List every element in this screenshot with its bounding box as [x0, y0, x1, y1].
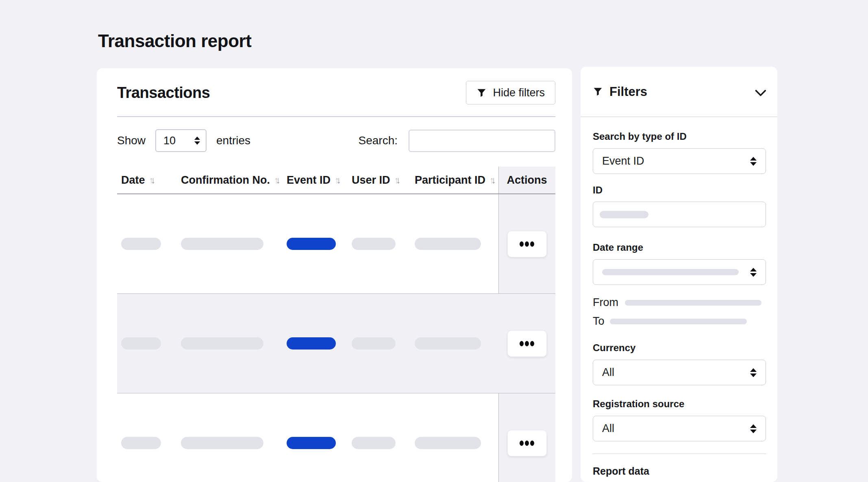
table-header-row: Date ↑↓ Confirmation No. ↑↓ Event ID ↑↓ …	[117, 167, 555, 194]
sort-icon[interactable]: ↑↓	[394, 175, 400, 186]
from-label: From	[593, 296, 625, 309]
select-arrows-icon	[194, 137, 200, 145]
column-header-participant-id[interactable]: Participant ID ↑↓	[411, 174, 498, 187]
select-arrows-icon	[750, 268, 757, 277]
loading-skeleton-bar	[121, 437, 161, 449]
id-type-select[interactable]: Event ID	[593, 148, 766, 174]
table-row	[117, 393, 555, 482]
ellipsis-icon	[520, 341, 524, 346]
page-size-value: 10	[163, 135, 176, 147]
entries-label: entries	[216, 134, 250, 147]
funnel-icon	[476, 88, 487, 98]
filters-header[interactable]: Filters	[581, 67, 777, 117]
loading-skeleton-bar	[121, 337, 161, 350]
date-to-row: To	[593, 315, 766, 328]
select-arrows-icon	[750, 424, 757, 433]
loading-skeleton-bar	[121, 238, 161, 250]
table-controls: Show 10 entries Search:	[117, 129, 555, 152]
column-header-user-id[interactable]: User ID ↑↓	[348, 174, 411, 187]
column-header-event-id[interactable]: Event ID ↑↓	[283, 174, 348, 187]
loading-skeleton-bar	[415, 238, 481, 250]
loading-skeleton-bar	[610, 319, 747, 324]
id-type-label: Search by type of ID	[593, 131, 766, 142]
table-row	[117, 294, 555, 393]
currency-select[interactable]: All	[593, 360, 766, 385]
registration-source-label: Registration source	[593, 398, 766, 410]
sort-icon[interactable]: ↑↓	[489, 175, 496, 186]
table-row	[117, 194, 555, 294]
select-arrows-icon	[750, 368, 757, 377]
search-input[interactable]	[409, 130, 555, 152]
id-field-label: ID	[593, 185, 766, 196]
row-actions-button[interactable]	[507, 231, 547, 257]
date-range-select[interactable]	[593, 259, 766, 285]
hide-filters-label: Hide filters	[493, 87, 545, 99]
loading-skeleton-bar-accent	[287, 437, 336, 449]
id-type-value: Event ID	[602, 155, 644, 167]
column-header-confirmation-no[interactable]: Confirmation No. ↑↓	[177, 174, 283, 187]
date-from-row: From	[593, 296, 766, 309]
currency-value: All	[602, 366, 614, 379]
sort-icon[interactable]: ↑↓	[274, 175, 280, 186]
loading-skeleton-bar	[352, 238, 396, 250]
chevron-down-icon[interactable]	[755, 85, 766, 96]
show-label: Show	[117, 134, 146, 147]
select-arrows-icon	[750, 157, 757, 166]
transactions-card: Transactions Hide filters Show 10 entrie…	[97, 68, 572, 482]
loading-skeleton-bar-accent	[287, 337, 336, 350]
sort-icon[interactable]: ↑↓	[335, 175, 341, 186]
hide-filters-button[interactable]: Hide filters	[466, 81, 555, 104]
loading-skeleton-bar	[602, 269, 739, 275]
transactions-card-header: Transactions Hide filters	[117, 80, 555, 105]
loading-skeleton-bar	[415, 437, 481, 449]
ellipsis-icon	[520, 441, 524, 446]
ellipsis-icon	[520, 241, 524, 247]
column-header-date[interactable]: Date ↑↓	[117, 174, 177, 187]
loading-skeleton-bar	[181, 437, 263, 449]
loading-skeleton-bar	[352, 437, 396, 449]
report-data-divider	[593, 454, 766, 454]
loading-skeleton-bar	[181, 337, 263, 350]
transactions-title: Transactions	[117, 84, 210, 102]
search-label: Search:	[359, 134, 398, 147]
loading-skeleton-bar-accent	[287, 238, 336, 250]
currency-label: Currency	[593, 342, 766, 354]
registration-source-value: All	[602, 422, 614, 435]
loading-skeleton-bar	[600, 211, 648, 218]
row-actions-button[interactable]	[507, 430, 547, 456]
page-title: Transaction report	[98, 31, 251, 51]
loading-skeleton-bar	[415, 337, 481, 350]
transactions-table: Date ↑↓ Confirmation No. ↑↓ Event ID ↑↓ …	[117, 167, 555, 482]
loading-skeleton-bar	[625, 300, 761, 306]
page-size-select[interactable]: 10	[155, 129, 207, 152]
filters-title: Filters	[609, 85, 647, 99]
loading-skeleton-bar	[352, 337, 396, 350]
row-actions-button[interactable]	[507, 330, 547, 357]
report-data-label: Report data	[593, 465, 766, 477]
to-label: To	[593, 315, 610, 328]
filters-panel: Filters Search by type of ID Event ID ID…	[581, 67, 777, 482]
header-divider	[117, 116, 555, 117]
loading-skeleton-bar	[181, 238, 263, 250]
sort-icon[interactable]: ↑↓	[149, 175, 155, 186]
column-header-actions: Actions	[498, 174, 555, 187]
funnel-icon	[593, 87, 603, 97]
date-range-label: Date range	[593, 242, 766, 253]
id-input[interactable]	[593, 202, 766, 227]
registration-source-select[interactable]: All	[593, 416, 766, 441]
